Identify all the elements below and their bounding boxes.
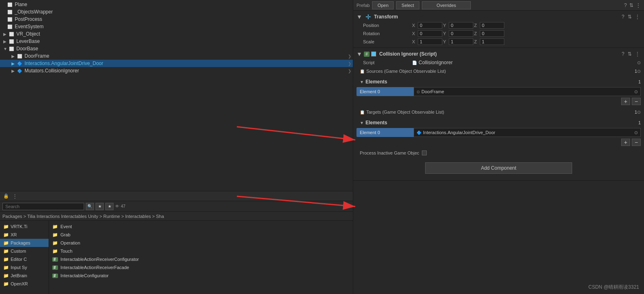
scale-y-input[interactable] [449,38,473,45]
more-options-icon[interactable]: ⋮ [636,2,641,8]
script-name: CollisionIgnorer [419,60,452,65]
sidebar-item-vrtk[interactable]: 📁 VRTK.Ti [0,222,49,231]
add-element-btn[interactable]: + [621,98,630,105]
expand-arrow: ▶ [11,54,16,58]
hierarchy-item-leverbase[interactable]: ▶ ⬜ LeverBase [0,38,353,45]
file-item-grab[interactable]: 📁 Grab [49,231,353,239]
sidebar-item-jetbrain[interactable]: 📁 JetBrain [0,272,49,280]
more-btn[interactable]: ⇅ [627,14,633,20]
help-btn[interactable]: ? [621,51,625,57]
file-label: Operation [60,240,80,245]
scale-y-group: Y [443,38,473,45]
file-item-iarconfigurator[interactable]: # InteractableActionReceiverConfigurator [49,255,353,263]
hierarchy-item-doorbase[interactable]: ▼ ⬜ DoorBase [0,45,353,52]
sources-header[interactable]: 📋 Sources (Game Object Observable List) … [353,67,644,76]
rot-z-group: Z [474,30,504,37]
transform-title: Transform [374,14,619,20]
hierarchy-item-objectswrapper[interactable]: ⬜ _ObjectsWrapper [0,8,353,16]
collision-ignorer-header[interactable]: ▼ # Collision Ignorer (Script) ? ⇅ ⋮ [353,49,644,58]
sources-target-btn[interactable]: ⊙ [637,69,641,74]
sidebar-item-openxr[interactable]: 📁 OpenXR [0,280,49,288]
hierarchy-item-postprocess[interactable]: ⬜ PostProcess [0,16,353,23]
options-btn[interactable]: ⋮ [634,14,641,20]
cube-icon: 🔷 [16,67,23,74]
add-component-button[interactable]: Add Component [425,162,572,174]
rotation-x-input[interactable] [418,30,442,37]
target-btn[interactable]: ⊙ [637,60,641,65]
sources-elements-header[interactable]: ▼ Elements 1 [357,77,641,86]
sources-label: Sources (Game Object Observable List) [366,69,446,74]
project-search-input[interactable] [2,203,84,210]
hier-label: DoorFrame [25,53,49,59]
sidebar-item-editor[interactable]: 📁 Editor C [0,255,49,263]
sidebar-item-packages[interactable]: 📁 Packages [0,239,49,247]
sources-title: Sources (Game Object Observable List) [366,69,635,74]
hier-label: EventSystem [15,24,44,29]
resize-icon[interactable]: ⇅ [629,2,633,8]
help-btn[interactable]: ? [621,14,625,20]
breadcrumb-text: Packages > Tilia Interactions Interactab… [2,214,164,219]
prefab-overrides-btn[interactable]: Overrides [422,1,471,9]
hierarchy-item-doorframe[interactable]: ▶ ⬜ DoorFrame ❯ [0,52,353,60]
file-label: Grab [60,232,70,237]
obs-icon: 📋 [360,110,365,114]
position-y-input[interactable] [449,22,473,29]
script-icon: # [52,265,58,270]
cube-icon: ⬜ [8,31,15,37]
process-checkbox[interactable] [422,150,427,155]
prefab-open-btn[interactable]: Open [372,1,394,9]
y-label: Y [443,23,448,28]
expand-arrow: ▶ [11,69,16,73]
process-label: Process Inactive Game Objec [360,150,419,155]
expand-arrow-icon: ▼ [357,51,362,57]
add-element-btn[interactable]: + [621,139,630,146]
scale-z-input[interactable] [480,38,504,45]
element-value: 🔷 Interactions.AngularJointDrive_Door ⊙ [414,128,641,137]
file-item-operation[interactable]: 📁 Operation [49,239,353,247]
sidebar-item-custom[interactable]: 📁 Custom [0,247,49,255]
element-target-btn[interactable]: ⊙ [634,130,638,135]
file-item-event[interactable]: 📁 Event [49,222,353,231]
targets-target-btn[interactable]: ⊙ [637,110,641,115]
enabled-checkbox[interactable] [371,52,376,56]
position-z-input[interactable] [480,22,504,29]
sidebar-label: OpenXR [11,281,28,286]
prefab-select-btn[interactable]: Select [396,1,419,9]
star-btn[interactable]: ★ [105,203,114,210]
file-item-touch[interactable]: 📁 Touch [49,247,353,255]
child-arrow: ❯ [348,61,351,66]
rotation-y-input[interactable] [449,30,473,37]
collision-ignorer-component: ▼ # Collision Ignorer (Script) ? ⇅ ⋮ Sc [353,48,644,181]
element-target-btn[interactable]: ⊙ [634,89,638,94]
hierarchy-item-mutators-collision[interactable]: ▶ 🔷 Mutators.CollisionIgnorer ❯ [0,67,353,74]
hierarchy-item-angular-joint-drive[interactable]: ▶ 🔷 Interactions.AngularJointDrive_Door … [0,60,353,67]
collision-ignorer-title: Collision Ignorer (Script) [379,51,619,57]
filter-btn[interactable]: ★ [96,203,104,210]
transform-actions: ? ⇅ ⋮ [621,14,641,20]
file-item-iarfacade[interactable]: # InteractableActionReceiverFacade [49,263,353,272]
file-label: InteractableActionReceiverConfigurator [60,257,139,262]
scale-x-input[interactable] [418,38,442,45]
remove-element-btn[interactable]: − [632,139,641,146]
hierarchy-item-vrobject[interactable]: ▶ ⬜ VR_Object [0,30,353,38]
sidebar-item-xr[interactable]: 📁 XR [0,231,49,239]
file-item-iconfigurator[interactable]: # InteractableConfigurator [49,272,353,280]
transform-header[interactable]: ▼ ✛ Transform ? ⇅ ⋮ [353,12,644,21]
expand-arrow: ▼ [3,47,8,51]
help-icon[interactable]: ? [624,2,627,8]
lock-icon[interactable]: 🔒 [3,193,9,199]
position-x-input[interactable] [418,22,442,29]
resize-btn[interactable]: ⇅ [627,51,633,57]
transform-icon: ✛ [365,13,371,21]
hierarchy-item-eventsystem[interactable]: ⬜ EventSystem [0,23,353,30]
targets-elements-header[interactable]: ▼ Elements 1 [357,118,641,127]
menu-dots[interactable]: ⋮ [12,193,18,199]
options-btn[interactable]: ⋮ [634,51,641,57]
search-icon-btn[interactable]: 🔍 [86,203,94,210]
sidebar-item-input[interactable]: 📁 Input Sy [0,263,49,272]
hierarchy-item-plane[interactable]: ⬜ Plane [0,1,353,8]
rotation-z-input[interactable] [480,30,504,37]
sources-elements-section: ▼ Elements 1 Element 0 ⊙ DoorFrame ⊙ [353,76,644,108]
remove-element-btn[interactable]: − [632,98,641,105]
targets-header[interactable]: 📋 Targets (Game Object Observable List) … [353,108,644,117]
